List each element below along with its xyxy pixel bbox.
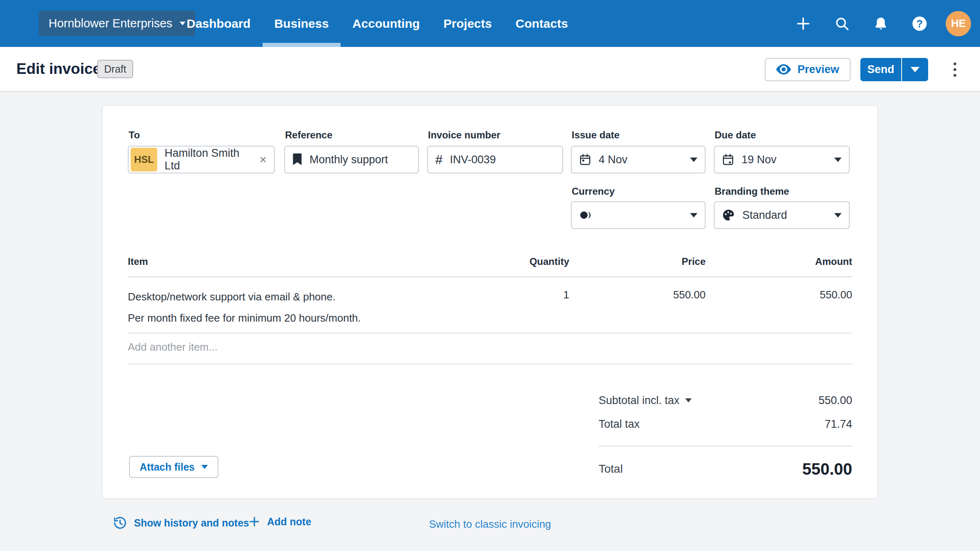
send-button[interactable]: Send xyxy=(860,58,901,81)
currency-field[interactable] xyxy=(571,201,706,229)
notifications-button[interactable] xyxy=(868,7,893,40)
help-button[interactable]: ? xyxy=(907,7,932,40)
reference-label: Reference xyxy=(285,129,332,141)
divider xyxy=(128,364,852,364)
line-items-header: Item Quantity Price Amount xyxy=(128,256,852,267)
nav-icon-group: ? HE xyxy=(791,0,971,47)
preview-button[interactable]: Preview xyxy=(765,58,851,81)
attach-files-button[interactable]: Attach files xyxy=(129,456,218,478)
subtotal-row: Subtotal incl. tax 550.00 xyxy=(599,391,852,409)
invoice-number-label: Invoice number xyxy=(428,129,500,141)
due-date-field[interactable]: 19 Nov xyxy=(714,146,850,173)
price-cell[interactable]: 550.00 xyxy=(569,289,706,326)
reference-value: Monthly support xyxy=(310,153,388,166)
column-header-amount: Amount xyxy=(706,256,852,267)
avatar[interactable]: HE xyxy=(946,11,971,36)
contact-name: Hamilton Smith Ltd xyxy=(165,147,252,172)
branding-theme-label: Branding theme xyxy=(715,186,789,197)
item-description-cell[interactable]: Desktop/network support via email & phon… xyxy=(128,289,496,326)
chevron-down-icon xyxy=(834,158,842,162)
reference-field[interactable]: Monthly support xyxy=(284,146,419,173)
remove-contact-icon[interactable]: × xyxy=(259,153,267,166)
column-header-item: Item xyxy=(128,256,496,267)
to-label: To xyxy=(129,129,140,141)
invoice-card: To Reference Invoice number Issue date D… xyxy=(102,105,878,499)
total-tax-label: Total tax xyxy=(599,418,640,431)
header-actions: Preview Send xyxy=(765,47,960,92)
nav-item-accounting[interactable]: Accounting xyxy=(341,0,432,47)
column-header-quantity: Quantity xyxy=(496,256,569,267)
send-split-button: Send xyxy=(860,58,928,81)
divider xyxy=(128,333,852,333)
issue-date-field[interactable]: 4 Nov xyxy=(571,146,706,173)
add-item-placeholder[interactable]: Add another item... xyxy=(128,341,852,353)
branding-theme-field[interactable]: Standard xyxy=(714,201,850,229)
switch-classic-link[interactable]: Switch to classic invoicing xyxy=(429,518,551,531)
eye-icon xyxy=(776,64,791,75)
to-contact-field[interactable]: HSL Hamilton Smith Ltd × xyxy=(128,146,275,173)
bookmark-icon xyxy=(292,153,302,166)
total-tax-row: Total tax 71.74 xyxy=(599,415,852,433)
divider xyxy=(599,446,852,447)
line-item-row[interactable]: Desktop/network support via email & phon… xyxy=(128,289,852,326)
chevron-down-icon xyxy=(911,67,920,72)
contact-initials-chip: HSL xyxy=(131,148,157,171)
more-options-button[interactable] xyxy=(949,58,960,81)
calendar-icon xyxy=(579,153,591,166)
total-tax-value: 71.74 xyxy=(824,418,852,431)
main-nav: Dashboard Business Accounting Projects C… xyxy=(175,0,580,47)
nav-item-dashboard[interactable]: Dashboard xyxy=(175,0,263,47)
page-title: Edit invoice xyxy=(16,60,101,78)
column-header-price: Price xyxy=(569,256,706,267)
quantity-cell[interactable]: 1 xyxy=(496,289,569,326)
invoice-number-value: INV-0039 xyxy=(450,153,496,166)
bell-icon xyxy=(873,16,889,31)
send-options-button[interactable] xyxy=(901,58,928,81)
history-icon xyxy=(113,515,127,530)
currency-label: Currency xyxy=(572,186,615,197)
due-date-label: Due date xyxy=(715,129,756,141)
total-value: 550.00 xyxy=(802,460,852,478)
status-badge: Draft xyxy=(97,60,133,78)
hash-icon: # xyxy=(435,152,443,167)
help-icon: ? xyxy=(911,15,928,32)
top-navigation-bar: Hornblower Enterprises Dashboard Busines… xyxy=(0,0,980,47)
issue-date-label: Issue date xyxy=(572,129,619,141)
palette-icon xyxy=(722,209,735,222)
invoice-number-field[interactable]: # INV-0039 xyxy=(427,146,563,173)
search-icon xyxy=(834,16,850,31)
issue-date-value: 4 Nov xyxy=(599,153,628,166)
plus-icon xyxy=(795,16,811,32)
footer-links: Show history and notes Add note Switch t… xyxy=(0,512,980,537)
chevron-down-icon xyxy=(201,465,208,469)
nav-item-business[interactable]: Business xyxy=(263,0,341,47)
plus-icon xyxy=(248,515,261,528)
nav-item-contacts[interactable]: Contacts xyxy=(503,0,579,47)
total-row: Total 550.00 xyxy=(599,456,852,482)
add-note-link[interactable]: Add note xyxy=(248,515,311,528)
create-new-button[interactable] xyxy=(791,7,816,40)
show-history-link[interactable]: Show history and notes xyxy=(113,515,249,530)
subtotal-value: 550.00 xyxy=(818,394,852,407)
subtotal-dropdown[interactable]: Subtotal incl. tax xyxy=(599,394,692,407)
chevron-down-icon xyxy=(834,213,842,218)
svg-text:?: ? xyxy=(916,18,923,29)
organisation-menu-button[interactable]: Hornblower Enterprises xyxy=(39,11,195,36)
chevron-down-icon xyxy=(685,398,692,402)
calendar-icon xyxy=(722,153,734,166)
chevron-down-icon xyxy=(690,158,697,162)
nav-item-projects[interactable]: Projects xyxy=(432,0,503,47)
divider xyxy=(128,276,852,277)
amount-cell: 550.00 xyxy=(706,289,852,326)
organisation-name: Hornblower Enterprises xyxy=(49,17,172,30)
search-button[interactable] xyxy=(829,7,855,40)
chevron-down-icon xyxy=(690,213,697,218)
page-header: Edit invoice Draft Preview Send xyxy=(0,47,980,92)
due-date-value: 19 Nov xyxy=(742,153,777,166)
branding-theme-value: Standard xyxy=(742,209,787,222)
coins-icon xyxy=(579,209,594,221)
total-label: Total xyxy=(599,462,623,475)
